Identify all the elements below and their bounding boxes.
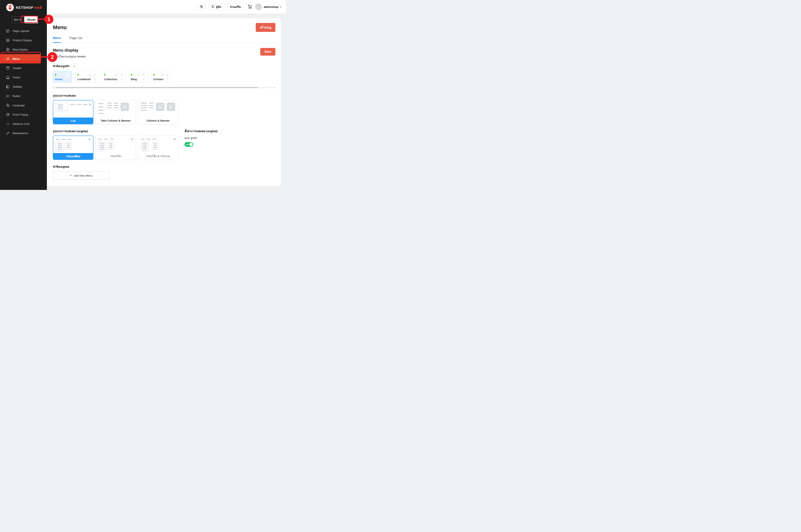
icon-arrow-toggle[interactable]: ON — [185, 142, 193, 147]
create-menu-button[interactable]: สร้างเมนู — [256, 23, 275, 32]
status-dot — [77, 74, 79, 75]
move-right-button[interactable]: › — [93, 73, 97, 77]
sidebar-item-sidebar[interactable]: Sidebar — [0, 82, 47, 91]
submenu-format-rounded[interactable]: กรอบโค้ง — [95, 136, 136, 160]
move-left-button[interactable]: ‹ — [114, 73, 118, 77]
more-options-button[interactable]: ⋮ — [120, 77, 123, 81]
submenu-format-rounded-spaced[interactable]: กรอบโค้ง & เว้นระยะ — [138, 136, 179, 160]
submenu-items-label: หัวข้อเมนูย่อย — [53, 165, 69, 169]
submenu-settings-label: ตั้งค่าการแสดงผล (เมนูย่อย) — [185, 130, 218, 133]
sidebar-item-blog-display[interactable]: Blog Display — [0, 45, 47, 54]
submenu-format-options: กรอบเหลี่ยม กรอบโค้ง — [53, 136, 179, 160]
sidebar-item-label: Event Popup — [13, 113, 28, 116]
chevron-down-icon: ▾ — [280, 6, 281, 8]
scrollbar-track[interactable] — [55, 87, 273, 88]
submenu-display-settings: ตั้งค่าการแสดงผล (เมนูย่อย) Icon ลูกศร O… — [185, 129, 218, 147]
content-area: Menu สร้างเมนู Menu Page List Menu displ… — [47, 14, 286, 190]
sidebar-item-label: Menu — [13, 57, 20, 60]
advance-css-icon — [6, 122, 10, 126]
sidebar-item-label: Header — [13, 66, 21, 70]
more-options-button[interactable]: ⋮ — [142, 77, 146, 81]
move-left-button[interactable]: ‹ — [160, 73, 164, 77]
sidebar-item-label: Sidebar — [13, 85, 22, 88]
addons-button[interactable]: ส่วนเสริม — [227, 3, 244, 10]
move-right-button[interactable]: › — [142, 73, 146, 77]
status-dot — [104, 74, 106, 75]
menu-item-card-lookbook[interactable]: ‹ › LookBook ⋮ — [75, 71, 99, 82]
header-icon — [6, 66, 10, 70]
format-label: Column & Banner — [138, 117, 178, 124]
sidebar-item-maintenance[interactable]: Maintenance — [0, 129, 47, 138]
sidebar-item-label: Advance CSS — [13, 122, 30, 126]
format-label: กรอบโค้ง — [96, 153, 136, 159]
page-layouts-icon — [6, 29, 10, 33]
scroll-right-arrow[interactable]: ▸ — [274, 87, 275, 89]
sidebar-item-advance-css[interactable]: Advance CSS — [0, 119, 47, 129]
save-button[interactable]: Save — [260, 48, 275, 56]
more-options-button[interactable]: ⋮ — [166, 77, 169, 81]
menu-item-card-blog[interactable]: ‹ › Blog ⋮ — [129, 71, 148, 82]
manage-mode-button[interactable]: จัดการ — [12, 16, 23, 23]
cart-button[interactable] — [247, 4, 252, 10]
book-icon — [211, 5, 215, 8]
app-window: KETSHOPweb จัดการ ปรับแต่ง Page Layouts … — [0, 0, 286, 190]
display-format-column-banner[interactable]: Column & Banner — [138, 100, 179, 124]
ketshop-logo-icon — [6, 4, 14, 11]
sidebar: KETSHOPweb จัดการ ปรับแต่ง Page Layouts … — [0, 0, 47, 190]
menu-settings-card: Menu สร้างเมนู Menu Page List Menu displ… — [47, 18, 281, 186]
add-new-menu-button[interactable]: + Add New Menu — [53, 171, 109, 180]
avatar — [255, 3, 262, 10]
menu-item-name: Blog — [131, 78, 137, 81]
cart-icon — [247, 4, 252, 10]
sidebar-item-label: Footer — [13, 76, 20, 79]
move-left-button[interactable]: ‹ — [87, 73, 91, 77]
move-right-button[interactable]: › — [66, 73, 70, 77]
sidebar-item-event-popup[interactable]: Event Popup — [0, 110, 47, 119]
sidebar-item-header[interactable]: Header — [0, 63, 47, 73]
user-menu[interactable]: adminshop ▾ — [255, 3, 281, 10]
move-right-button[interactable]: › — [119, 73, 123, 77]
tab-menu[interactable]: Menu — [53, 36, 61, 43]
scrollbar-thumb[interactable] — [55, 87, 258, 88]
tabs: Menu Page List — [53, 36, 275, 43]
sidebar-item-label: Button — [13, 94, 20, 97]
sidebar-item-language[interactable]: Language — [0, 101, 47, 110]
move-right-button[interactable]: › — [165, 73, 169, 77]
format-label: Tabs Column & Banner — [96, 117, 136, 124]
toggle-knob — [189, 143, 193, 146]
sidebar-item-footer[interactable]: Footer — [0, 73, 47, 82]
sidebar-item-label: Language — [13, 104, 25, 107]
sidebar-item-menu[interactable]: Menu — [0, 54, 41, 63]
format-label: กรอบเหลี่ยม — [53, 153, 93, 159]
move-left-button[interactable]: ‹ — [136, 73, 141, 77]
button-icon — [6, 94, 10, 98]
more-options-button[interactable]: ⋮ — [67, 77, 70, 81]
submenu-format-label: รูปแบบการแสดงผล (เมนูย่อย) — [53, 129, 88, 133]
footer-icon — [6, 76, 10, 79]
sidebar-item-product-display[interactable]: Product Display — [0, 36, 47, 45]
submenu-format-square[interactable]: กรอบเหลี่ยม — [53, 136, 93, 160]
manual-button[interactable]: คู่มือ — [209, 3, 224, 10]
display-format-label: รูปแบบการแสดงผล — [53, 94, 76, 98]
menu-item-card-contact[interactable]: ‹ › Contact ⋮ — [151, 71, 171, 82]
scroll-left-arrow[interactable]: ◂ — [53, 87, 54, 89]
brand: KETSHOPweb — [0, 0, 47, 11]
add-main-menu-button[interactable]: + — [72, 63, 77, 69]
menu-item-card-collectios[interactable]: ‹ › Collectios ⋮ — [102, 71, 125, 82]
sidebar-item-page-layouts[interactable]: Page Layouts — [0, 26, 47, 36]
main-menu-label: หัวข้อเมนูหลัก — [53, 64, 70, 68]
display-format-list[interactable]: List — [53, 100, 93, 124]
menu-item-card-home[interactable]: › Home ⋮ — [53, 71, 72, 82]
display-format-options: List › › › › — [53, 100, 275, 124]
status-dot — [131, 74, 132, 75]
translate-button[interactable] — [197, 3, 206, 10]
rounded-frame-thumbnail — [96, 136, 136, 153]
display-format-tabs-column-banner[interactable]: › › › › Tabs Column & Banner — [95, 100, 136, 124]
toggle-state-label: ON — [186, 144, 189, 146]
tab-page-list[interactable]: Page List — [69, 36, 82, 43]
maintenance-icon — [6, 132, 10, 135]
sidebar-item-button[interactable]: Button — [0, 91, 47, 101]
sidebar-item-label: Maintenance — [13, 132, 28, 135]
customize-mode-button[interactable]: ปรับแต่ง — [24, 16, 38, 23]
more-options-button[interactable]: ⋮ — [93, 77, 97, 81]
